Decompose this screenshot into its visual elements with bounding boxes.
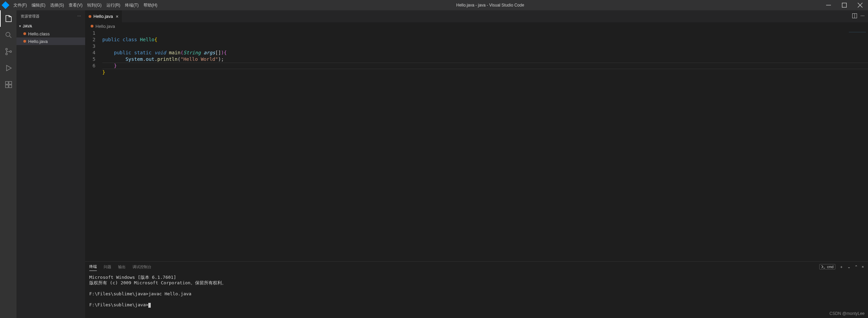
- new-terminal-icon[interactable]: ＋: [840, 264, 843, 270]
- file-name: Hello.java: [28, 39, 48, 44]
- explorer-icon[interactable]: [0, 10, 16, 27]
- file-item-hello-java[interactable]: Hello.java: [16, 37, 85, 45]
- menu-view[interactable]: 查看(V): [66, 0, 85, 10]
- line-gutter: 1 2 3 4 5 6: [85, 30, 102, 261]
- code-content[interactable]: public class Hello{ public static void m…: [102, 30, 868, 261]
- java-file-icon: [91, 25, 93, 28]
- panel-actions: cmd ＋ ⌄ ⌃ ×: [819, 264, 864, 270]
- explorer-section: ▾ JAVA Hello.class Hello.java: [16, 22, 85, 45]
- panel-tabs: 终端 问题 输出 调试控制台 cmd ＋ ⌄ ⌃ ×: [85, 262, 868, 272]
- panel-tab-problems[interactable]: 问题: [104, 263, 111, 271]
- line-number: 3: [85, 43, 102, 50]
- java-file-icon: [23, 40, 26, 43]
- menu-run[interactable]: 运行(R): [104, 0, 123, 10]
- breadcrumb[interactable]: Hello.java: [85, 22, 868, 30]
- main-area: 资源管理器 ⋯ ▾ JAVA Hello.class Hello.java He…: [0, 10, 868, 318]
- java-class-icon: [23, 32, 26, 35]
- activity-bar: [0, 10, 16, 318]
- terminal-content[interactable]: Microsoft Windows [版本 6.1.7601] 版权所有 (c)…: [85, 272, 868, 318]
- file-item-hello-class[interactable]: Hello.class: [16, 30, 85, 37]
- breadcrumb-label: Hello.java: [95, 24, 115, 29]
- panel-tab-debug-console[interactable]: 调试控制台: [133, 263, 151, 271]
- extensions-icon[interactable]: [0, 76, 16, 93]
- terminal-dropdown-icon[interactable]: ⌄: [847, 265, 850, 269]
- sidebar-header: 资源管理器 ⋯: [16, 10, 85, 22]
- minimap[interactable]: [849, 32, 866, 37]
- java-file-icon: [89, 15, 91, 18]
- file-name: Hello.class: [28, 31, 50, 36]
- editor-body[interactable]: 1 2 3 4 5 6 public class Hello{ public s…: [85, 30, 868, 261]
- svg-point-1: [6, 32, 10, 36]
- terminal-panel: 终端 问题 输出 调试控制台 cmd ＋ ⌄ ⌃ × Microsoft Win…: [85, 261, 868, 318]
- svg-point-4: [10, 51, 12, 53]
- sidebar-title: 资源管理器: [21, 14, 77, 19]
- menu-goto[interactable]: 转到(G): [85, 0, 104, 10]
- run-debug-icon[interactable]: [0, 60, 16, 76]
- sidebar-more-icon[interactable]: ⋯: [77, 14, 81, 19]
- panel-tab-terminal[interactable]: 终端: [89, 263, 97, 271]
- menu-file[interactable]: 文件(F): [11, 0, 29, 10]
- svg-point-3: [6, 53, 8, 55]
- sidebar: 资源管理器 ⋯ ▾ JAVA Hello.class Hello.java: [16, 10, 85, 318]
- editor-area: Hello.java × ⋯ Hello.java 1 2 3 4 5 6 pu…: [85, 10, 868, 318]
- tab-close-icon[interactable]: ×: [116, 14, 118, 19]
- svg-rect-0: [842, 3, 847, 8]
- svg-rect-5: [5, 81, 8, 84]
- line-number: 4: [85, 50, 102, 56]
- menu-select[interactable]: 选择(S): [48, 0, 66, 10]
- svg-rect-6: [9, 81, 12, 84]
- more-actions-icon[interactable]: ⋯: [860, 13, 865, 19]
- close-panel-icon[interactable]: ×: [862, 265, 864, 269]
- vscode-icon: [2, 1, 10, 9]
- split-editor-icon[interactable]: [852, 13, 857, 19]
- menu-terminal[interactable]: 终端(T): [123, 0, 141, 10]
- panel-tab-output[interactable]: 输出: [118, 263, 126, 271]
- line-number: 1: [85, 30, 102, 36]
- line-number: 2: [85, 36, 102, 43]
- close-button[interactable]: [852, 0, 868, 10]
- title-bar: 文件(F) 编辑(E) 选择(S) 查看(V) 转到(G) 运行(R) 终端(T…: [0, 0, 868, 10]
- tab-hello-java[interactable]: Hello.java ×: [85, 10, 122, 22]
- window-controls: [821, 0, 868, 10]
- search-icon[interactable]: [0, 27, 16, 43]
- line-number: 5: [85, 56, 102, 63]
- line-number: 6: [85, 63, 102, 69]
- menu-help[interactable]: 帮助(H): [141, 0, 160, 10]
- minimize-button[interactable]: [821, 0, 836, 10]
- maximize-panel-icon[interactable]: ⌃: [855, 265, 858, 269]
- menu-bar: 文件(F) 编辑(E) 选择(S) 查看(V) 转到(G) 运行(R) 终端(T…: [11, 0, 160, 10]
- tab-label: Hello.java: [93, 14, 113, 19]
- tabs-bar: Hello.java × ⋯: [85, 10, 868, 22]
- terminal-shell-selector[interactable]: cmd: [819, 264, 835, 270]
- maximize-button[interactable]: [836, 0, 852, 10]
- folder-name: JAVA: [23, 24, 32, 28]
- source-control-icon[interactable]: [0, 43, 16, 60]
- tabs-actions: ⋯: [852, 13, 868, 19]
- folder-header[interactable]: ▾ JAVA: [16, 22, 85, 30]
- chevron-down-icon: ▾: [18, 24, 22, 28]
- svg-point-2: [6, 48, 8, 50]
- menu-edit[interactable]: 编辑(E): [29, 0, 48, 10]
- svg-rect-7: [5, 85, 8, 88]
- svg-rect-8: [9, 85, 12, 88]
- watermark: CSDN @montyLee: [830, 311, 865, 316]
- window-title: Hello.java - java - Visual Studio Code: [160, 3, 821, 8]
- terminal-cursor: [148, 303, 151, 308]
